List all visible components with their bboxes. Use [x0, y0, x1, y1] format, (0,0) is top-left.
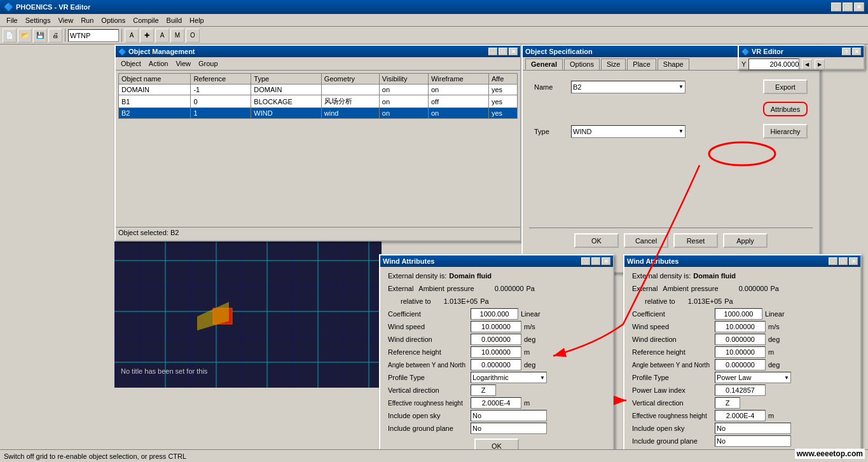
wa1-relative-value: 1.013E+05 [444, 297, 478, 305]
print-button[interactable]: 🖨 [48, 29, 62, 43]
wa2-direction-input[interactable] [715, 334, 766, 345]
type-dropdown[interactable]: WIND ▼ [571, 125, 685, 138]
submenu-action[interactable]: Action [145, 58, 172, 69]
col-visibility: Visibility [379, 74, 428, 85]
om-maximize-btn[interactable]: □ [499, 48, 507, 55]
wa2-opensky-dropdown[interactable]: No [715, 423, 791, 434]
tab-size[interactable]: Size [601, 58, 626, 70]
wa1-maximize-btn[interactable]: □ [591, 257, 600, 265]
wa2-powerlaw-input[interactable] [715, 384, 766, 396]
wa2-relative-row: relative to 1.013E+05 Pa [627, 295, 858, 308]
wa2-vertical-row: Vertical direction [627, 397, 858, 409]
toolbar-btn3[interactable]: A [155, 29, 169, 43]
wa2-groundplane-dropdown[interactable]: No [715, 435, 791, 447]
wa1-profile-dropdown[interactable]: Logarithmic ▼ [471, 372, 547, 383]
submenu-view[interactable]: View [172, 58, 195, 69]
y-left-btn[interactable]: ◀ [802, 59, 812, 69]
wa2-maximize-btn[interactable]: □ [839, 257, 848, 265]
toolbar-btn2[interactable]: ✚ [140, 29, 154, 43]
table-row[interactable]: B2 1 WIND wind on on yes [119, 108, 518, 119]
name-dropdown[interactable]: B2 ▼ [571, 81, 685, 93]
wa2-angle-input[interactable] [715, 359, 766, 370]
wa1-vertical-input[interactable] [471, 384, 496, 396]
wa2-external-label: External [632, 285, 658, 292]
menu-run[interactable]: Run [77, 15, 97, 25]
tab-options[interactable]: Options [564, 58, 600, 70]
row2-name: B2 [119, 108, 191, 119]
wa1-vertical-row: Vertical direction [383, 384, 610, 397]
wa1-angle-row: Angle between Y and North deg [383, 358, 610, 371]
wa1-angle-unit: deg [524, 361, 535, 369]
menu-view[interactable]: View [54, 15, 77, 25]
wa2-direction-unit: deg [768, 336, 780, 343]
submenu-group[interactable]: Group [195, 58, 222, 69]
submenu-object[interactable]: Object [117, 58, 145, 69]
wa2-vertical-input[interactable] [715, 397, 740, 409]
toolbar-btn5[interactable]: O [186, 29, 200, 43]
wa1-close-btn[interactable]: ✕ [602, 257, 610, 265]
wa1-roughness-row: Effective roughness height m [383, 397, 610, 409]
wa2-minimize-btn[interactable]: _ [829, 257, 837, 265]
om-minimize-btn[interactable]: _ [488, 48, 497, 55]
wind2-title: Wind Attributes [627, 257, 679, 265]
wa1-coeff-input[interactable] [471, 308, 518, 320]
close-button[interactable]: ✕ [854, 3, 864, 11]
wa1-direction-input[interactable] [471, 334, 521, 345]
reset-button[interactable]: Reset [673, 233, 718, 248]
wa2-direction-label: Wind direction [632, 336, 715, 343]
minimize-button[interactable]: _ [831, 3, 841, 11]
menu-file[interactable]: File [3, 15, 22, 25]
tab-general[interactable]: General [525, 58, 563, 70]
toolbar-btn4[interactable]: M [170, 29, 184, 43]
menu-help[interactable]: Help [186, 15, 208, 25]
wa1-refheight-input[interactable] [471, 346, 521, 358]
wa2-profile-value: Power Law [717, 374, 751, 381]
status-text: Switch off grid to re-enable object sele… [4, 452, 186, 460]
cancel-button[interactable]: Cancel [624, 233, 668, 248]
wa1-roughness-input[interactable] [471, 397, 521, 409]
row1-affe: yes [488, 95, 517, 108]
menu-compile[interactable]: Compile [129, 15, 162, 25]
ok-button[interactable]: OK [574, 233, 619, 248]
wind1-title: Wind Attributes [383, 257, 434, 265]
wa1-angle-input[interactable] [471, 359, 521, 370]
maximize-button[interactable]: □ [843, 3, 853, 11]
table-row[interactable]: B1 0 BLOCKAGE 风场分析 on off yes [119, 95, 518, 108]
hierarchy-button[interactable]: Hierarchy [763, 124, 808, 139]
menu-settings[interactable]: Settings [22, 15, 55, 25]
wa2-roughness-input[interactable] [715, 410, 766, 421]
wa1-speed-input[interactable] [471, 321, 521, 332]
table-row[interactable]: DOMAIN -1 DOMAIN on on yes [119, 85, 518, 95]
wa2-pressure-row: External Ambient pressure 0.000000 Pa [627, 282, 858, 295]
vr-help-btn[interactable]: ? [842, 48, 851, 55]
wa2-coeff-input[interactable] [715, 308, 762, 320]
toolbar-input[interactable]: WTNP [68, 29, 119, 42]
om-close-btn[interactable]: ✕ [509, 48, 518, 55]
attributes-button[interactable]: Attributes [763, 102, 808, 116]
wa1-groundplane-value: No [472, 425, 481, 432]
y-input[interactable]: 204.0000 [748, 58, 799, 70]
open-button[interactable]: 📂 [18, 29, 32, 43]
new-button[interactable]: 📄 [3, 29, 17, 43]
menu-options[interactable]: Options [97, 15, 129, 25]
save-button[interactable]: 💾 [33, 29, 47, 43]
wa1-groundplane-dropdown[interactable]: No [471, 423, 547, 434]
wa1-opensky-label: Include open sky [388, 412, 471, 419]
wa1-minimize-btn[interactable]: _ [581, 257, 590, 265]
wa2-close-btn[interactable]: ✕ [849, 257, 858, 265]
wa2-profile-dropdown[interactable]: Power Law ▼ [715, 372, 791, 383]
tab-shape[interactable]: Shape [658, 58, 689, 70]
wa1-opensky-dropdown[interactable]: No [471, 410, 547, 421]
wa1-relative-row: relative to 1.013E+05 Pa [383, 295, 610, 308]
y-right-btn[interactable]: ▶ [815, 59, 825, 69]
export-button[interactable]: Export [763, 79, 808, 94]
wa2-angle-label: Angle between Y and North [632, 362, 715, 369]
wa2-refheight-input[interactable] [715, 346, 766, 358]
apply-button[interactable]: Apply [723, 233, 768, 248]
toolbar-btn1[interactable]: A [125, 29, 139, 43]
tab-place[interactable]: Place [627, 58, 656, 70]
wa2-speed-input[interactable] [715, 321, 766, 332]
vr-close-btn[interactable]: ✕ [852, 48, 861, 55]
object-management-titlebar: 🔷 Object Management _ □ ✕ [116, 46, 520, 57]
menu-build[interactable]: Build [163, 15, 186, 25]
